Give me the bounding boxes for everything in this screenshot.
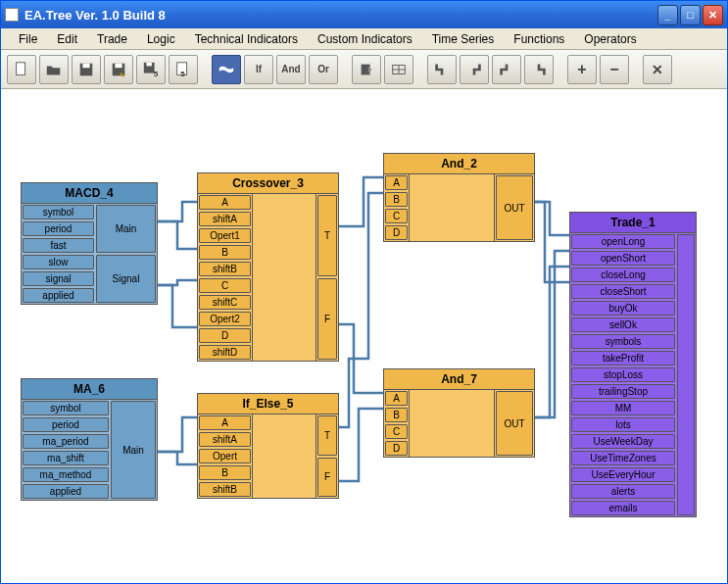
node-and-7[interactable]: And_7 A B C D OUT: [383, 368, 535, 458]
menu-custom-indicators[interactable]: Custom Indicators: [308, 29, 422, 49]
block2-icon[interactable]: [384, 55, 413, 84]
port-c[interactable]: C: [199, 278, 251, 293]
port-slow[interactable]: slow: [23, 255, 94, 269]
block1-icon[interactable]: [352, 55, 381, 84]
port-ma-shift[interactable]: ma_shift: [23, 451, 109, 465]
port-period[interactable]: period: [23, 221, 94, 236]
port-shifta[interactable]: shiftA: [199, 212, 251, 226]
out-out[interactable]: OUT: [496, 391, 533, 456]
join1-icon[interactable]: [427, 55, 457, 84]
port-a[interactable]: A: [385, 175, 408, 190]
minimize-button[interactable]: _: [657, 5, 678, 25]
port-emails[interactable]: emails: [571, 501, 675, 515]
port-b[interactable]: B: [385, 192, 408, 207]
out-f[interactable]: F: [317, 278, 337, 360]
menu-functions[interactable]: Functions: [504, 29, 574, 49]
menu-edit[interactable]: Edit: [47, 29, 87, 49]
maximize-button[interactable]: □: [680, 5, 701, 25]
node-if-else-5[interactable]: If_Else_5 A shiftA Opert B shiftB T F: [197, 393, 339, 499]
node-macd-4[interactable]: MACD_4 symbol period fast slow signal ap…: [21, 182, 158, 305]
port-stoploss[interactable]: stopLoss: [571, 367, 675, 382]
port-ma-method[interactable]: ma_method: [23, 467, 109, 482]
node-and-2[interactable]: And_2 A B C D OUT: [383, 153, 535, 242]
port-a[interactable]: A: [199, 195, 251, 210]
out-f[interactable]: F: [317, 458, 337, 498]
out-t[interactable]: T: [317, 195, 337, 276]
port-ma-period[interactable]: ma_period: [23, 434, 109, 449]
if-button[interactable]: If: [244, 55, 273, 84]
node-ma-6[interactable]: MA_6 symbol period ma_period ma_shift ma…: [21, 378, 158, 501]
save-icon[interactable]: [72, 55, 101, 84]
world-icon[interactable]: [212, 55, 241, 84]
port-symbol[interactable]: symbol: [23, 205, 94, 219]
port-trailingstop[interactable]: trailingStop: [571, 384, 675, 399]
port-symbol[interactable]: symbol: [23, 401, 109, 415]
port-b[interactable]: B: [199, 245, 251, 260]
port-applied[interactable]: applied: [23, 288, 94, 303]
or-button[interactable]: Or: [309, 55, 338, 84]
and-button[interactable]: And: [276, 55, 306, 84]
node-trade-1[interactable]: Trade_1 openLong openShort closeLong clo…: [569, 212, 697, 517]
port-shiftb[interactable]: shiftB: [199, 482, 251, 497]
port-openshort[interactable]: openShort: [571, 251, 675, 266]
port-signal[interactable]: signal: [23, 271, 94, 286]
port-opert2[interactable]: Opert2: [199, 312, 251, 326]
saveas-icon[interactable]: [104, 55, 133, 84]
port-c[interactable]: C: [385, 209, 408, 223]
port-useeveryhour[interactable]: UseEveryHour: [571, 467, 675, 482]
port-d[interactable]: D: [199, 328, 251, 343]
port-openlong[interactable]: openLong: [571, 234, 675, 249]
menu-technical-indicators[interactable]: Technical Indicators: [185, 29, 308, 49]
port-period[interactable]: period: [23, 417, 109, 432]
port-shiftb[interactable]: shiftB: [199, 262, 251, 276]
out-main[interactable]: Main: [96, 205, 156, 253]
port-shifta[interactable]: shiftA: [199, 432, 251, 447]
port-fast[interactable]: fast: [23, 238, 94, 253]
port-shiftd[interactable]: shiftD: [199, 345, 251, 360]
port-sellok[interactable]: sellOk: [571, 317, 675, 332]
menu-time-series[interactable]: Time Series: [422, 29, 505, 49]
join4-icon[interactable]: [524, 55, 554, 84]
menu-logic[interactable]: Logic: [137, 29, 185, 49]
port-applied[interactable]: applied: [23, 484, 109, 499]
port-a[interactable]: A: [385, 391, 408, 406]
port-buyok[interactable]: buyOk: [571, 301, 675, 316]
close-button[interactable]: ✕: [703, 5, 723, 25]
join2-icon[interactable]: [460, 55, 489, 84]
port-shiftc[interactable]: shiftC: [199, 295, 251, 310]
menu-operators[interactable]: Operators: [574, 29, 646, 49]
minus-button[interactable]: −: [600, 55, 629, 84]
new-icon[interactable]: [7, 55, 36, 84]
out-signal[interactable]: Signal: [96, 255, 156, 303]
port-usetimezones[interactable]: UseTimeZones: [571, 451, 675, 465]
port-opert[interactable]: Opert: [199, 449, 251, 463]
out-t[interactable]: T: [317, 415, 337, 456]
port-b[interactable]: B: [199, 465, 251, 480]
port-symbols[interactable]: symbols: [571, 334, 675, 349]
out-out[interactable]: OUT: [496, 175, 533, 240]
port-d[interactable]: D: [385, 441, 408, 456]
port-opert1[interactable]: Opert1: [199, 228, 251, 243]
port-closeshort[interactable]: closeShort: [571, 284, 675, 299]
port-d[interactable]: D: [385, 225, 408, 240]
port-takeprofit[interactable]: takeProfit: [571, 351, 675, 365]
delete-button[interactable]: ✕: [643, 55, 672, 84]
port-useweekday[interactable]: UseWeekDay: [571, 434, 675, 449]
join3-icon[interactable]: [492, 55, 521, 84]
port-a[interactable]: A: [199, 415, 251, 430]
port-c[interactable]: C: [385, 424, 408, 439]
plus-button[interactable]: +: [567, 55, 597, 84]
save5-icon[interactable]: 5: [136, 55, 166, 84]
out-main[interactable]: Main: [111, 401, 156, 499]
open-icon[interactable]: [39, 55, 69, 84]
page5-icon[interactable]: 5: [169, 55, 198, 84]
port-mm[interactable]: MM: [571, 401, 675, 415]
port-alerts[interactable]: alerts: [571, 484, 675, 499]
port-closelong[interactable]: closeLong: [571, 268, 675, 282]
node-crossover-3[interactable]: Crossover_3 A shiftA Opert1 B shiftB C s…: [197, 172, 339, 362]
canvas[interactable]: MACD_4 symbol period fast slow signal ap…: [1, 89, 727, 583]
port-b[interactable]: B: [385, 408, 408, 422]
menu-trade[interactable]: Trade: [87, 29, 137, 49]
menu-file[interactable]: File: [9, 29, 47, 49]
port-lots[interactable]: lots: [571, 417, 675, 432]
